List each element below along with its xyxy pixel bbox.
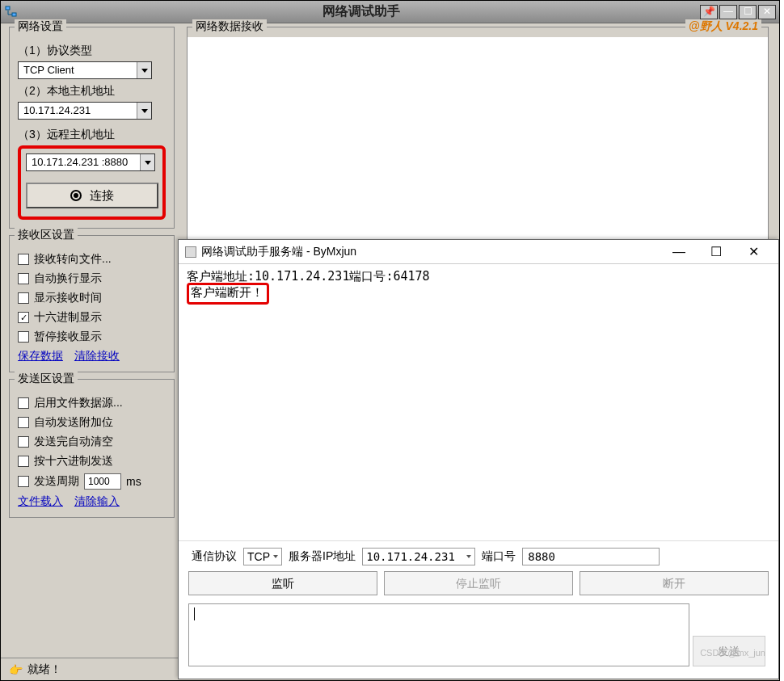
checkbox[interactable] (18, 397, 29, 409)
server-config-row: 通信协议 TCP 服务器IP地址 10.171.24.231 端口号 8880 (179, 540, 778, 571)
text-cursor (194, 607, 195, 620)
tx-opt-row[interactable]: 发送完自动清空 (18, 435, 166, 449)
tx-opt-label: 按十六进制发送 (34, 454, 113, 469)
port-input[interactable]: 8880 (522, 548, 660, 565)
rx-opt-label: 接收转向文件... (34, 252, 112, 267)
server-close-button[interactable]: ✕ (735, 241, 772, 263)
local-host-label: （2）本地主机地址 (18, 84, 166, 99)
rx-opt-label: 暂停接收显示 (34, 330, 102, 344)
highlight-box-1: 10.171.24.231 :8880 连接 (18, 145, 166, 220)
server-window: 网络调试助手服务端 - ByMxjun — ☐ ✕ 客户端地址:10.171.2… (178, 239, 779, 679)
protocol-select[interactable]: TCP Client (18, 61, 152, 79)
close-button[interactable]: ✕ (758, 5, 776, 19)
server-ip-select[interactable]: 10.171.24.231 (362, 548, 475, 565)
rx-settings-group: 接收区设置 接收转向文件... 自动换行显示 显示接收时间 十六进制显示 暂停接… (9, 235, 175, 372)
tx-opt-label: 发送完自动清空 (34, 435, 113, 449)
tx-settings-group: 发送区设置 启用文件数据源... 自动发送附加位 发送完自动清空 按十六进制发送… (9, 379, 175, 518)
status-text: 就绪！ (27, 662, 61, 677)
main-titlebar[interactable]: 网络调试助手 📌 — ☐ ✕ (1, 1, 779, 23)
checkbox[interactable] (18, 331, 29, 343)
checkbox[interactable] (18, 476, 29, 487)
svg-rect-1 (12, 13, 16, 16)
rx-opt-row[interactable]: 暂停接收显示 (18, 330, 166, 344)
chevron-down-icon (466, 555, 471, 558)
server-minimize-button[interactable]: — (660, 241, 698, 263)
local-host-value: 10.171.24.231 (19, 103, 137, 119)
period-label: 发送周期 (34, 474, 79, 489)
server-app-icon (185, 246, 196, 258)
rx-opt-label: 十六进制显示 (34, 310, 102, 325)
server-ip-label: 服务器IP地址 (289, 549, 356, 564)
record-icon (70, 190, 82, 201)
rx-opt-row[interactable]: 接收转向文件... (18, 252, 166, 267)
checkbox[interactable] (18, 254, 29, 265)
server-log-line: 客户端地址:10.171.24.231端口号:64178 (187, 269, 770, 284)
pointer-icon: 👉 (9, 663, 23, 676)
version-label: @野人 V4.2.1 (685, 19, 761, 34)
remote-host-label: （3）远程主机地址 (18, 128, 166, 142)
connect-button[interactable]: 连接 (26, 183, 158, 208)
tx-opt-label: 启用文件数据源... (34, 396, 123, 410)
server-protocol-value: TCP (247, 550, 270, 563)
disconnect-button[interactable]: 断开 (580, 571, 769, 595)
svg-rect-0 (6, 6, 10, 10)
network-settings-title: 网络设置 (15, 19, 66, 34)
server-titlebar[interactable]: 网络调试助手服务端 - ByMxjun — ☐ ✕ (179, 240, 778, 264)
highlight-box-2: 客户端断开！ (187, 283, 269, 305)
tx-opt-row[interactable]: 按十六进制发送 (18, 454, 166, 469)
period-input[interactable]: 1000 (84, 473, 121, 490)
rx-opt-row[interactable]: 自动换行显示 (18, 271, 166, 286)
stop-listen-button[interactable]: 停止监听 (384, 571, 573, 595)
rx-opt-row[interactable]: 显示接收时间 (18, 291, 166, 305)
connect-button-label: 连接 (90, 188, 114, 204)
app-icon (4, 5, 19, 19)
server-title: 网络调试助手服务端 - ByMxjun (201, 245, 660, 259)
tx-opt-label: 自动发送附加位 (34, 415, 113, 430)
network-settings-group: 网络设置 （1）协议类型 TCP Client （2）本地主机地址 10.171… (9, 27, 175, 229)
clear-rx-link[interactable]: 清除接收 (74, 349, 120, 362)
rx-opt-label: 自动换行显示 (34, 271, 102, 286)
tx-opt-row[interactable]: 自动发送附加位 (18, 415, 166, 430)
checkbox[interactable] (18, 312, 29, 323)
checkbox[interactable] (18, 417, 29, 428)
server-maximize-button[interactable]: ☐ (698, 241, 735, 263)
server-button-row: 监听 停止监听 断开 (179, 571, 778, 595)
checkbox[interactable] (18, 436, 29, 448)
protocol-value: TCP Client (19, 62, 137, 78)
chevron-down-icon[interactable] (137, 62, 151, 78)
protocol-label: （1）协议类型 (18, 44, 166, 58)
remote-host-select[interactable]: 10.171.24.231 :8880 (26, 153, 155, 171)
rx-settings-title: 接收区设置 (15, 228, 78, 242)
clear-tx-link[interactable]: 清除输入 (74, 494, 120, 507)
listen-button[interactable]: 监听 (188, 571, 377, 595)
tx-opt-row[interactable]: 启用文件数据源... (18, 396, 166, 410)
remote-host-value: 10.171.24.231 :8880 (27, 154, 140, 170)
checkbox[interactable] (18, 292, 29, 304)
pin-icon[interactable]: 📌 (700, 5, 718, 19)
port-label: 端口号 (482, 549, 516, 564)
rx-opt-label: 显示接收时间 (34, 291, 102, 305)
chevron-down-icon (273, 555, 278, 558)
checkbox[interactable] (18, 273, 29, 284)
minimize-button[interactable]: — (719, 5, 737, 19)
main-title: 网络调试助手 (22, 3, 700, 20)
rx-opt-row[interactable]: 十六进制显示 (18, 310, 166, 325)
save-data-link[interactable]: 保存数据 (18, 349, 63, 362)
chevron-down-icon[interactable] (137, 103, 151, 119)
left-panel: 网络设置 （1）协议类型 TCP Client （2）本地主机地址 10.171… (9, 27, 175, 524)
local-host-select[interactable]: 10.171.24.231 (18, 102, 152, 120)
checkbox[interactable] (18, 456, 29, 467)
server-ip-value: 10.171.24.231 (366, 550, 463, 563)
file-load-link[interactable]: 文件载入 (18, 494, 63, 507)
chevron-down-icon[interactable] (140, 154, 154, 170)
server-protocol-select[interactable]: TCP (243, 548, 282, 565)
tx-settings-title: 发送区设置 (15, 372, 78, 386)
rx-data-title: 网络数据接收 (192, 19, 267, 34)
server-send-textarea[interactable] (188, 603, 689, 666)
server-log-area[interactable]: 客户端地址:10.171.24.231端口号:64178 客户端断开！ (179, 264, 778, 527)
watermark: CSDN @mx_jun (700, 648, 765, 658)
server-log-line: 客户端断开！ (191, 285, 263, 300)
protocol-label: 通信协议 (192, 549, 237, 564)
tx-period-row[interactable]: 发送周期 1000 ms (18, 473, 166, 490)
maximize-button[interactable]: ☐ (739, 5, 757, 19)
